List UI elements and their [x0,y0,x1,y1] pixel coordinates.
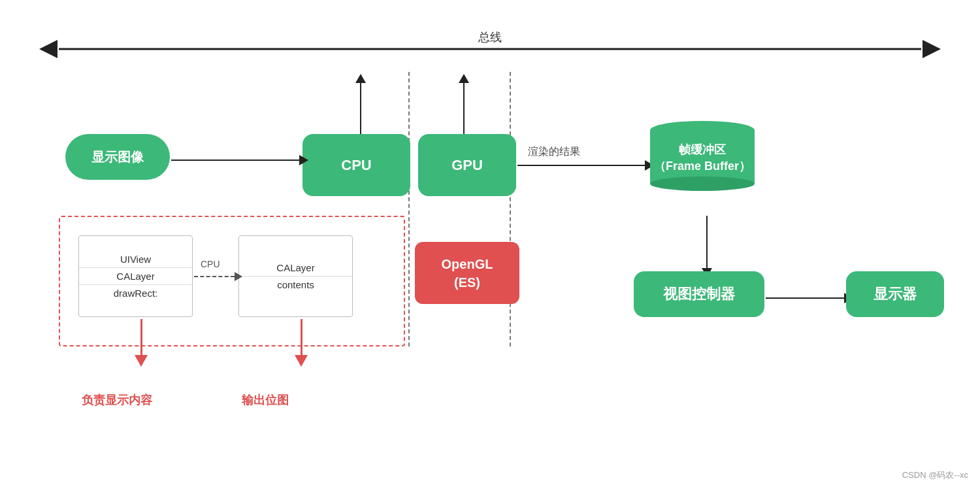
display-node: 显示器 [846,271,944,317]
left-red-arrow-line [140,319,142,355]
fb-to-vc-arrow [702,216,712,277]
cpu-dashed-label: CPU [201,259,220,269]
display-image-label: 显示图像 [91,148,144,166]
inner-box-right: CALayer contents [238,235,353,317]
diagram-container: 总线 显示图像 CPU GPU 渲染的结果 帧缓冲区（Frame [0,0,980,489]
image-to-cpu-arrow [171,155,308,165]
vc-to-display-line [766,297,844,299]
opengl-node: OpenGL(ES) [415,242,519,304]
cpu-label: CPU [341,157,371,174]
cpu-bus-arrow-line [360,83,362,135]
cpu-dashed-head [235,272,242,281]
gpu-node: GPU [418,134,516,196]
output-bitmap-label: 输出位图 [242,392,289,408]
responsible-display-label: 负责显示内容 [82,392,152,408]
right-red-arrow [295,319,308,367]
watermark: CSDN @码农--xc [902,469,968,481]
left-red-arrow-head [135,355,148,367]
cpu-dashed-line [194,276,235,277]
image-to-cpu-line [171,160,299,161]
gpu-to-framebuffer-arrow [517,160,654,171]
fb-to-vc-line [706,216,708,268]
dashed-line-1 [408,72,410,346]
display-label: 显示器 [874,284,917,304]
bus-arrow-left [39,40,57,58]
dashed-line-2 [510,72,511,346]
cpu-node: CPU [302,134,410,196]
inner-row-drawrect: drawRect: [79,285,192,301]
inner-row-contents: contents [239,277,352,293]
gpu-bus-arrow-line [463,83,465,135]
inner-row-calayer-r: CALayer [239,260,352,277]
view-controller-node: 视图控制器 [634,271,764,317]
image-to-cpu-head [299,155,308,165]
display-image-node: 显示图像 [65,134,170,180]
cylinder-top [650,121,755,139]
bus-label: 总线 [478,29,502,45]
bus-arrow-right [923,40,941,58]
inner-row-calayer: CALayer [79,268,192,285]
render-result-label: 渲染的结果 [528,145,580,159]
right-red-arrow-line [301,319,302,355]
gpu-label: GPU [451,157,483,174]
view-controller-label: 视图控制器 [663,284,735,304]
frame-buffer-label: 帧缓冲区（Frame Buffer） [654,142,751,175]
left-red-arrow [135,319,148,367]
frame-buffer-node: 帧缓冲区（Frame Buffer） [650,121,755,191]
opengl-label: OpenGL(ES) [442,255,493,292]
cpu-bus-arrow-up [355,74,366,83]
cpu-dashed-arrow: CPU [194,272,242,281]
bus-line [59,48,921,50]
vc-to-display-arrow [766,293,853,303]
cylinder-bottom [650,177,755,191]
gpu-bus-arrow-up [459,74,469,83]
inner-box-left: UIView CALayer drawRect: [78,235,193,317]
inner-row-uiview: UIView [79,251,192,268]
right-red-arrow-head [295,355,308,367]
gpu-to-fb-line [517,165,645,167]
